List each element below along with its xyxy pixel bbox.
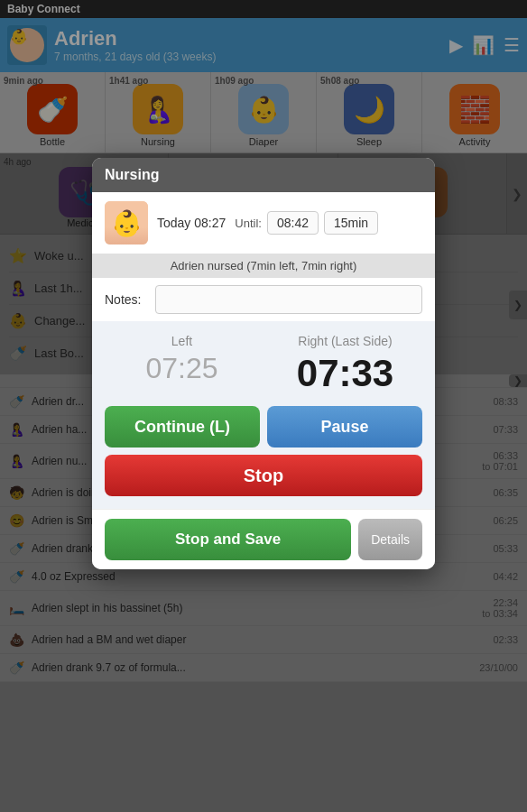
modal-avatar-face: 👶 bbox=[105, 201, 148, 245]
modal-title: Nursing bbox=[105, 167, 159, 182]
modal-overlay: Nursing 👶 Today 08:27 Until: 08:42 15min… bbox=[0, 0, 527, 812]
modal-user-row: 👶 Today 08:27 Until: 08:42 15min bbox=[92, 192, 435, 254]
modal-time-row: Today 08:27 Until: 08:42 15min bbox=[157, 211, 422, 235]
modal-notes-row: Notes: bbox=[92, 278, 435, 321]
stop-button[interactable]: Stop bbox=[105, 455, 422, 496]
right-timer-label: Right (Last Side) bbox=[268, 334, 422, 348]
right-timer-value: 07:33 bbox=[268, 352, 422, 395]
nursing-modal: Nursing 👶 Today 08:27 Until: 08:42 15min… bbox=[92, 158, 435, 569]
modal-header: Nursing bbox=[92, 158, 435, 192]
left-timer-label: Left bbox=[105, 334, 259, 348]
right-timer-col: Right (Last Side) 07:33 bbox=[268, 334, 422, 395]
modal-avatar: 👶 bbox=[105, 201, 148, 245]
modal-timers: Left 07:25 Right (Last Side) 07:33 Conti… bbox=[92, 321, 435, 509]
modal-date: Today 08:27 bbox=[157, 216, 226, 230]
continue-button[interactable]: Continue (L) bbox=[105, 406, 260, 448]
left-timer-col: Left 07:25 bbox=[105, 334, 259, 395]
modal-duration[interactable]: 15min bbox=[324, 211, 378, 235]
timer-columns: Left 07:25 Right (Last Side) 07:33 bbox=[105, 334, 422, 395]
left-timer-value: 07:25 bbox=[105, 352, 259, 385]
pause-button[interactable]: Pause bbox=[267, 406, 422, 448]
notes-label: Notes: bbox=[105, 292, 148, 307]
continue-pause-row: Continue (L) Pause bbox=[105, 406, 422, 448]
stop-save-button[interactable]: Stop and Save bbox=[105, 519, 351, 560]
modal-summary: Adrien nursed (7min left, 7min right) bbox=[92, 254, 435, 278]
modal-bottom: Stop and Save Details bbox=[92, 509, 435, 569]
modal-until-label: Until: bbox=[235, 217, 262, 230]
notes-input[interactable] bbox=[155, 285, 422, 314]
details-button[interactable]: Details bbox=[358, 519, 422, 560]
modal-until-time[interactable]: 08:42 bbox=[267, 211, 319, 235]
